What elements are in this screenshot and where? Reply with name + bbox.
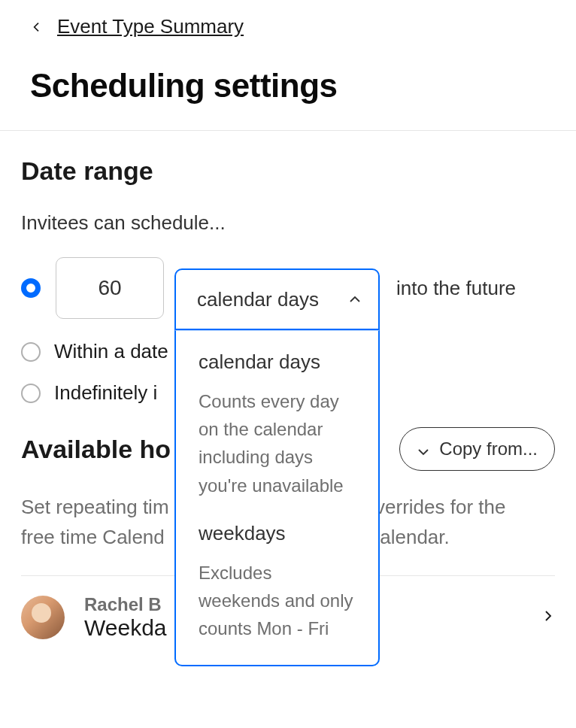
page-title: Scheduling settings [30,67,546,105]
chevron-left-icon[interactable] [30,20,44,34]
dropdown-option-title: weekdays [199,522,357,545]
date-range-title: Date range [21,156,555,186]
unit-dropdown-panel: calendar days Counts every day on the ca… [174,330,380,666]
radio-rolling[interactable] [21,278,41,298]
chevron-up-icon [348,293,362,306]
breadcrumb: Event Type Summary [30,15,546,38]
desc-c: free time Calend [21,526,165,548]
copy-from-button[interactable]: Copy from... [399,427,555,471]
dropdown-option-desc: Excludes weekends and only counts Mon - … [199,559,357,643]
person-text: Rachel B Weekda [84,594,167,641]
header: Event Type Summary Scheduling settings [0,0,576,105]
radio-indefinite[interactable] [21,384,41,403]
dropdown-option-calendar-days[interactable]: calendar days Counts every day on the ca… [199,350,357,499]
radio-within[interactable] [21,342,41,362]
available-hours-title: Available ho [21,435,171,464]
desc-a: Set repeating tim [21,496,169,518]
breadcrumb-link[interactable]: Event Type Summary [57,15,244,38]
avatar [21,596,65,639]
person-left: Rachel B Weekda [21,594,167,641]
unit-dropdown: calendar days calendar days Counts every… [174,268,380,666]
person-schedule: Weekda [84,615,167,641]
page-root: { "breadcrumb": { "back_label": "Event T… [0,0,576,728]
person-name: Rachel B [84,594,167,615]
dropdown-option-desc: Counts every day on the calendar includi… [199,387,357,499]
chevron-down-icon [417,442,430,456]
chevron-right-icon[interactable] [541,609,555,626]
days-input-value: 60 [98,276,121,300]
unit-dropdown-selected: calendar days [197,288,319,311]
radio-indefinite-label: Indefinitely i [54,381,157,405]
radio-within-label: Within a date [54,340,168,363]
date-range-lead: Invitees can schedule... [21,211,555,235]
desc-d: alendar. [380,526,450,548]
unit-dropdown-trigger[interactable]: calendar days [174,268,380,330]
desc-b: verrides for the [375,496,505,518]
trail-text: into the future [396,277,516,300]
days-input[interactable]: 60 [56,257,164,319]
dropdown-option-title: calendar days [199,350,357,374]
dropdown-option-weekdays[interactable]: weekdays Excludes weekends and only coun… [199,522,357,643]
copy-from-label: Copy from... [439,438,538,460]
